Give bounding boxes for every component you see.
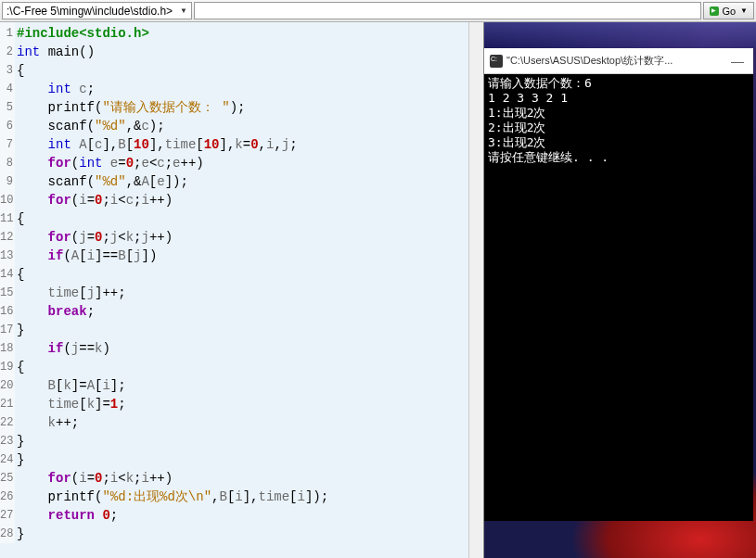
line-number: 16 [0, 302, 15, 321]
code-line[interactable]: int c; [17, 80, 328, 98]
line-number: 22 [0, 413, 15, 432]
desktop-pane: "C:\Users\ASUS\Desktop\统计数字... — 请输入数据个数… [484, 22, 756, 558]
line-number: 8 [0, 154, 15, 172]
code-line[interactable]: time[j]++; [17, 284, 328, 302]
line-number: 4 [0, 80, 15, 98]
vertical-scrollbar[interactable] [468, 22, 483, 558]
code-line[interactable]: for(j=0;j<k;j++) [17, 228, 328, 247]
desktop-background [484, 22, 756, 48]
line-number: 5 [0, 98, 15, 117]
line-number: 19 [0, 358, 15, 376]
code-line[interactable]: if(A[i]==B[j]) [17, 247, 328, 265]
code-line[interactable]: for(i=0;i<c;i++) [17, 191, 328, 209]
code-line[interactable]: scanf("%d",&c); [17, 117, 328, 135]
line-number: 28 [0, 525, 15, 543]
line-number: 13 [0, 247, 15, 265]
toolbar: :\C-Free 5\mingw\include\stdio.h> ▼ Go ▼ [0, 0, 756, 22]
line-number: 11 [0, 209, 15, 228]
chevron-down-icon: ▼ [740, 6, 748, 15]
line-number: 10 [0, 191, 15, 209]
line-number: 6 [0, 117, 15, 135]
minimize-icon[interactable]: — [727, 54, 748, 69]
file-path-text: :\C-Free 5\mingw\include\stdio.h> [6, 5, 173, 18]
line-number: 7 [0, 135, 15, 154]
code-line[interactable]: return 0; [17, 506, 328, 525]
go-icon [710, 6, 719, 16]
line-number: 18 [0, 339, 15, 358]
go-label: Go [722, 6, 736, 17]
line-number: 2 [0, 43, 15, 61]
console-titlebar[interactable]: "C:\Users\ASUS\Desktop\统计数字... — [484, 48, 753, 74]
code-line[interactable]: k++; [17, 413, 328, 432]
line-number: 1 [0, 24, 15, 43]
code-line[interactable]: { [17, 61, 328, 80]
line-number: 21 [0, 395, 15, 413]
line-number: 25 [0, 469, 15, 488]
chevron-down-icon: ▼ [180, 6, 187, 15]
file-path-dropdown[interactable]: :\C-Free 5\mingw\include\stdio.h> ▼ [2, 2, 192, 19]
console-window[interactable]: "C:\Users\ASUS\Desktop\统计数字... — 请输入数据个数… [484, 48, 753, 521]
line-number: 14 [0, 265, 15, 284]
console-output: 请输入数据个数：6 1 2 3 3 2 1 1:出现2次 2:出现2次 3:出现… [484, 74, 753, 167]
console-icon [490, 55, 503, 68]
code-line[interactable]: { [17, 265, 328, 284]
line-number: 9 [0, 172, 15, 191]
code-line[interactable]: for(i=0;i<k;i++) [17, 469, 328, 488]
console-title-text: "C:\Users\ASUS\Desktop\统计数字... [506, 54, 724, 68]
line-number: 3 [0, 61, 15, 80]
code-line[interactable]: printf("%d:出现%d次\n",B[i],time[i]); [17, 488, 328, 506]
code-line[interactable]: time[k]=1; [17, 395, 328, 413]
code-line[interactable]: } [17, 432, 328, 450]
code-editor[interactable]: 1234567891011121314151617181920212223242… [0, 22, 484, 558]
code-line[interactable]: int main() [17, 43, 328, 61]
line-number: 20 [0, 376, 15, 395]
code-line[interactable]: break; [17, 302, 328, 321]
code-line[interactable]: } [17, 321, 328, 339]
code-line[interactable]: { [17, 209, 328, 228]
line-number: 24 [0, 450, 15, 469]
line-number: 26 [0, 488, 15, 506]
main-area: 1234567891011121314151617181920212223242… [0, 22, 756, 558]
line-number: 17 [0, 321, 15, 339]
code-line[interactable]: scanf("%d",&A[e]); [17, 172, 328, 191]
code-line[interactable]: } [17, 525, 328, 543]
code-line[interactable]: printf("请输入数据个数： "); [17, 98, 328, 117]
go-button[interactable]: Go ▼ [703, 2, 754, 19]
code-body[interactable]: #include<stdio.h>int main(){ int c; prin… [17, 24, 328, 543]
line-number: 23 [0, 432, 15, 450]
line-number: 12 [0, 228, 15, 247]
line-number: 15 [0, 284, 15, 302]
code-line[interactable]: { [17, 358, 328, 376]
code-line[interactable]: int A[c],B[10],time[10],k=0,i,j; [17, 135, 328, 154]
line-number: 27 [0, 506, 15, 525]
code-line[interactable]: B[k]=A[i]; [17, 376, 328, 395]
search-input[interactable] [194, 2, 701, 19]
code-line[interactable]: } [17, 450, 328, 469]
line-gutter: 1234567891011121314151617181920212223242… [0, 22, 15, 543]
code-line[interactable]: if(j==k) [17, 339, 328, 358]
code-line[interactable]: for(int e=0;e<c;e++) [17, 154, 328, 172]
code-line[interactable]: #include<stdio.h> [17, 24, 328, 43]
